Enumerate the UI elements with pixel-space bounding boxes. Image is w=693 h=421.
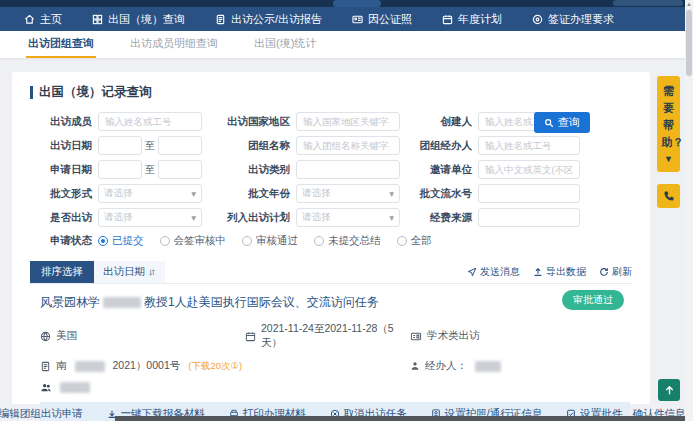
tool-label: 发送消息 <box>480 265 520 279</box>
vertical-scroll-thumb[interactable] <box>686 10 692 76</box>
send-message-link[interactable]: 发送消息 <box>467 265 520 279</box>
scroll-up-arrow[interactable]: ▲ <box>685 1 693 7</box>
calendar-icon <box>442 14 453 25</box>
group-agent-label: 团组经办人 <box>406 139 472 153</box>
radio-label: 已提交 <box>112 234 144 248</box>
radio-icon <box>242 236 252 246</box>
results-toolbar: 发送消息 导出数据 刷新 <box>467 265 632 283</box>
nav-item-abroad-query[interactable]: 出国（境）查询 <box>92 12 185 27</box>
nav-item-report[interactable]: 出访公示/出访报告 <box>215 12 322 27</box>
results-header: 排序选择 出访日期 发送消息 导出数据 刷新 <box>30 261 632 284</box>
redacted-doc <box>75 361 105 372</box>
select-value: 请选择 <box>104 211 133 224</box>
browser-glow-artifact <box>613 0 683 6</box>
status-label: 申请状态 <box>30 234 92 248</box>
search-button[interactable]: 查询 <box>534 112 590 133</box>
tab-label: 出国(境)统计 <box>254 36 316 51</box>
member-input[interactable] <box>98 112 202 131</box>
user-icon <box>410 361 420 371</box>
download-count-link[interactable]: (下载20次①) <box>188 360 242 373</box>
record-title-suffix: 教授1人赴美国执行国际会议、交流访问任务 <box>144 294 379 311</box>
radio-icon <box>160 236 170 246</box>
nav-item-official-photos[interactable]: 因公证照 <box>352 12 412 27</box>
status-options: 已提交 会签审核中 审核通过 未提交总结 全部 <box>98 234 432 248</box>
approval-year-select[interactable]: 请选择 ▾ <box>296 184 400 203</box>
document-icon <box>215 14 226 25</box>
group-name-input[interactable] <box>296 136 400 155</box>
send-icon <box>467 267 477 277</box>
apply-date-to-input[interactable] <box>158 160 202 179</box>
horizontal-scroll-thumb[interactable] <box>115 416 685 421</box>
record-country: 美国 <box>40 322 245 350</box>
vertical-scrollbar[interactable]: ▲ <box>685 0 693 421</box>
is-visit-label: 是否出访 <box>30 211 92 225</box>
radio-all[interactable]: 全部 <box>397 234 432 248</box>
tab-statistics[interactable]: 出国(境)统计 <box>252 31 318 58</box>
nav-label: 出国（境）查询 <box>108 12 185 27</box>
record-document-number: 南 2021）0001号 (下载20次①) <box>40 359 410 373</box>
fund-label: 经费来源 <box>406 211 472 225</box>
radio-submitted[interactable]: 已提交 <box>98 234 144 248</box>
country-text: 美国 <box>56 329 77 343</box>
home-icon <box>24 14 35 25</box>
chevron-down-icon: ▼ <box>657 151 680 168</box>
calendar-icon <box>245 331 256 342</box>
main-navbar: 主页 出国（境）查询 出访公示/出访报告 因公证照 年度计划 签证办理要求 <box>0 7 693 31</box>
redacted-members <box>60 382 90 393</box>
approval-form-label: 批文形式 <box>30 187 92 201</box>
approval-serial-input[interactable] <box>478 184 580 203</box>
idcard-icon <box>410 331 422 342</box>
country-label: 出访国家地区 <box>208 115 290 129</box>
record-title-link[interactable]: 风景园林学 教授1人赴美国执行国际会议、交流访问任务 <box>40 294 630 311</box>
nav-item-annual-plan[interactable]: 年度计划 <box>442 12 502 27</box>
horizontal-scrollbar[interactable] <box>0 416 685 421</box>
inviter-label: 邀请单位 <box>406 163 472 177</box>
sort-select-button[interactable]: 排序选择 <box>30 261 94 283</box>
category-input[interactable] <box>296 160 400 179</box>
country-input[interactable] <box>296 112 400 131</box>
grid-icon <box>92 14 103 25</box>
date-range-text: 2021-11-24至2021-11-28（5天） <box>261 322 410 350</box>
radio-no-summary[interactable]: 未提交总结 <box>314 234 381 248</box>
radio-approved[interactable]: 审核通过 <box>242 234 298 248</box>
phone-contact-button[interactable] <box>657 184 680 208</box>
radio-label: 会签审核中 <box>174 234 227 248</box>
back-to-top-button[interactable] <box>658 379 680 401</box>
users-icon <box>40 382 52 393</box>
sort-button-label: 排序选择 <box>41 265 83 277</box>
record-details: 美国 2021-11-24至2021-11-28（5天） 学术类出访 南 202… <box>40 322 630 393</box>
help-widget-button[interactable]: 需要帮助？ ▼ <box>657 76 680 172</box>
export-icon <box>533 267 543 277</box>
nav-item-visa-requirements[interactable]: 签证办理要求 <box>532 12 614 27</box>
sort-field-visit-date[interactable]: 出访日期 <box>94 261 165 283</box>
search-button-label: 查询 <box>558 115 580 130</box>
sort-field-label: 出访日期 <box>103 265 145 279</box>
radio-countersign[interactable]: 会签审核中 <box>160 234 227 248</box>
record-item: 审批通过 风景园林学 教授1人赴美国执行国际会议、交流访问任务 美国 2021-… <box>30 284 632 421</box>
group-name-label: 团组名称 <box>208 139 290 153</box>
status-badge: 审批通过 <box>562 290 624 310</box>
sort-arrows-icon <box>148 268 156 277</box>
chevron-down-icon: ▾ <box>191 188 196 199</box>
nav-label: 因公证照 <box>368 12 412 27</box>
is-visit-select[interactable]: 请选择 ▾ <box>98 208 202 227</box>
tab-group-query[interactable]: 出访团组查询 <box>26 31 96 58</box>
export-data-link[interactable]: 导出数据 <box>533 265 586 279</box>
radio-icon <box>397 236 407 246</box>
approval-year-label: 批文年份 <box>208 187 290 201</box>
nav-item-home[interactable]: 主页 <box>24 12 62 27</box>
group-agent-input[interactable] <box>478 136 580 155</box>
visit-date-from-input[interactable] <box>98 136 142 155</box>
in-plan-select[interactable]: 请选择 ▾ <box>296 208 400 227</box>
record-title-prefix: 风景园林学 <box>40 294 100 311</box>
refresh-link[interactable]: 刷新 <box>599 265 632 279</box>
apply-date-from-input[interactable] <box>98 160 142 179</box>
fund-input[interactable] <box>478 208 580 227</box>
visit-date-to-input[interactable] <box>158 136 202 155</box>
inviter-input[interactable] <box>478 160 580 179</box>
record-agent: 经办人： <box>410 359 630 373</box>
tab-member-detail-query[interactable]: 出访成员明细查询 <box>128 31 220 58</box>
radio-label: 审核通过 <box>256 234 298 248</box>
approval-form-select[interactable]: 请选择 ▾ <box>98 184 202 203</box>
sub-tabbar: 出访团组查询 出访成员明细查询 出国(境)统计 <box>0 31 693 58</box>
